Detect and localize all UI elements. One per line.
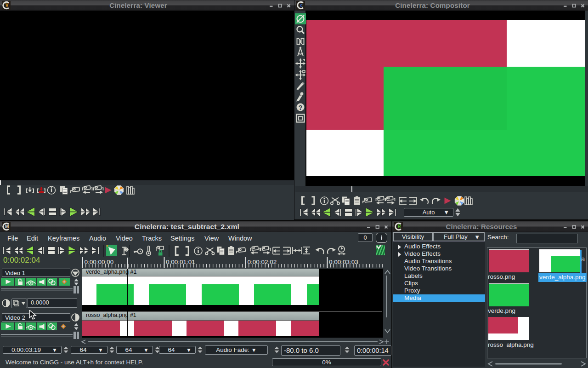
svg-text:?: ? [299, 104, 303, 111]
svg-text:M: M [5, 224, 9, 229]
svg-text:c: c [300, 3, 303, 8]
svg-text:R: R [398, 224, 401, 229]
svg-text:V: V [6, 3, 9, 8]
